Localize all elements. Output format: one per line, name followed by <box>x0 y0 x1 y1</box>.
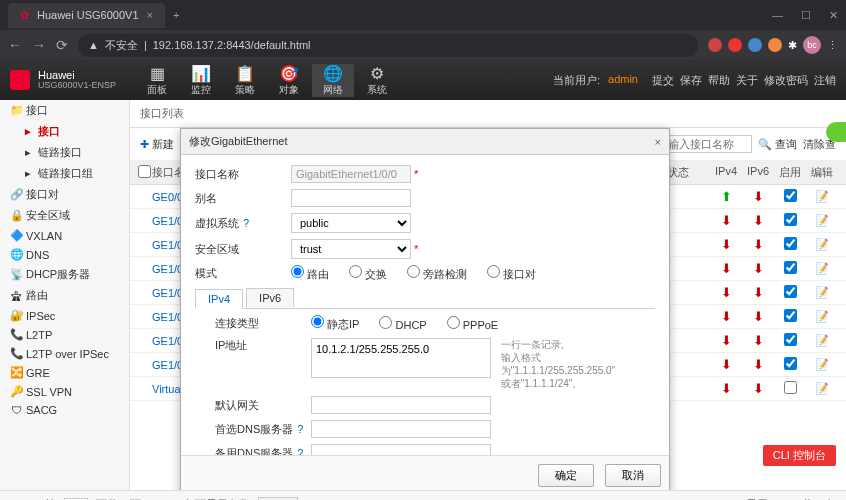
nav-网络[interactable]: 🌐网络 <box>312 64 354 97</box>
reload-icon[interactable]: ⟳ <box>56 37 68 53</box>
mode-radio[interactable]: 路由 <box>291 265 329 282</box>
puzzle-icon[interactable]: ✱ <box>788 39 797 52</box>
dns1-input[interactable] <box>311 420 491 438</box>
ok-button[interactable]: 确定 <box>538 464 594 487</box>
ext-icon[interactable] <box>708 38 722 52</box>
sidebar-item-SSL VPN[interactable]: 🔑SSL VPN <box>0 382 129 401</box>
enable-checkbox[interactable] <box>784 309 797 322</box>
zone-select[interactable]: trust <box>291 239 411 259</box>
new-button[interactable]: ✚新建 <box>140 137 174 152</box>
sidebar-item-链路接口[interactable]: ▸链路接口 <box>0 142 129 163</box>
enable-checkbox[interactable] <box>784 357 797 370</box>
sidebar-item-接口[interactable]: 📁接口 <box>0 100 129 121</box>
menu-icon[interactable]: ⋮ <box>827 39 838 52</box>
sidebar-item-DNS[interactable]: 🌐DNS <box>0 245 129 264</box>
select-all-checkbox[interactable] <box>138 165 151 178</box>
enable-checkbox[interactable] <box>784 261 797 274</box>
close-window-icon[interactable]: ✕ <box>829 9 838 22</box>
ext-icon[interactable] <box>728 38 742 52</box>
enable-checkbox[interactable] <box>784 381 797 394</box>
maximize-icon[interactable]: ☐ <box>801 9 811 22</box>
nav-监控[interactable]: 📊监控 <box>180 64 222 97</box>
nav-策略[interactable]: 📋策略 <box>224 64 266 97</box>
ip-hint: 一行一条记录, 输入格式为"1.1.1.1/255.255.255.0" 或者"… <box>501 338 655 390</box>
header-link[interactable]: 保存 <box>680 74 702 86</box>
minimize-icon[interactable]: — <box>772 9 783 22</box>
header-link[interactable]: 帮助 <box>708 74 730 86</box>
edit-icon[interactable]: 📝 <box>806 382 838 395</box>
enable-checkbox[interactable] <box>784 213 797 226</box>
sidebar-item-L2TP[interactable]: 📞L2TP <box>0 325 129 344</box>
tab-ipv4[interactable]: IPv4 <box>195 289 243 309</box>
header-link[interactable]: 关于 <box>736 74 758 86</box>
sidebar-item-链路接口组[interactable]: ▸链路接口组 <box>0 163 129 184</box>
sidebar-item-IPSec[interactable]: 🔐IPSec <box>0 306 129 325</box>
conn-radio[interactable]: 静态IP <box>311 315 359 332</box>
edit-icon[interactable]: 📝 <box>806 286 838 299</box>
enable-checkbox[interactable] <box>784 237 797 250</box>
ifname-input <box>291 165 411 183</box>
ip-textarea[interactable]: 10.1.2.1/255.255.255.0 <box>311 338 491 378</box>
enable-checkbox[interactable] <box>784 333 797 346</box>
edit-icon[interactable]: 📝 <box>806 310 838 323</box>
edit-icon[interactable]: 📝 <box>806 238 838 251</box>
sidebar-item-SACG[interactable]: 🛡SACG <box>0 401 129 419</box>
back-icon[interactable]: ← <box>8 37 22 53</box>
edit-icon[interactable]: 📝 <box>806 190 838 203</box>
nav-面板[interactable]: ▦面板 <box>136 64 178 97</box>
modal-close-icon[interactable]: × <box>655 136 661 148</box>
dns2-input[interactable] <box>311 444 491 455</box>
gateway-input[interactable] <box>311 396 491 414</box>
help-icon[interactable]: ? <box>243 217 249 229</box>
cancel-button[interactable]: 取消 <box>605 464 661 487</box>
edit-icon[interactable]: 📝 <box>806 214 838 227</box>
ext-icon[interactable] <box>768 38 782 52</box>
col-enable: 启用 <box>774 165 806 180</box>
sidebar-item-DHCP服务器[interactable]: 📡DHCP服务器 <box>0 264 129 285</box>
sidebar-item-接口[interactable]: ▸接口 <box>0 121 129 142</box>
sidebar-item-VXLAN[interactable]: 🔷VXLAN <box>0 226 129 245</box>
help-icon[interactable]: ? <box>297 423 303 435</box>
new-tab-icon[interactable]: + <box>173 9 179 21</box>
avatar[interactable]: bc <box>803 36 821 54</box>
mode-radio[interactable]: 旁路检测 <box>407 265 467 282</box>
header-link[interactable]: 修改密码 <box>764 74 808 86</box>
cli-console-button[interactable]: CLI 控制台 <box>763 445 836 466</box>
url-input[interactable]: ▲ 不安全 | 192.168.137.2:8443/default.html <box>78 34 698 57</box>
close-icon[interactable]: × <box>147 9 153 21</box>
status-badge-icon[interactable] <box>826 122 846 142</box>
edit-icon[interactable]: 📝 <box>806 358 838 371</box>
conn-radio[interactable]: DHCP <box>379 316 426 331</box>
nav-对象[interactable]: 🎯对象 <box>268 64 310 97</box>
sidebar-item-GRE[interactable]: 🔀GRE <box>0 363 129 382</box>
enable-checkbox[interactable] <box>784 285 797 298</box>
sidebar-item-安全区域[interactable]: 🔒安全区域 <box>0 205 129 226</box>
enable-checkbox[interactable] <box>784 189 797 202</box>
sidebar-item-L2TP over IPSec[interactable]: 📞L2TP over IPSec <box>0 344 129 363</box>
vsys-select[interactable]: public <box>291 213 411 233</box>
user-label: 当前用户: <box>553 73 600 88</box>
help-icon[interactable]: ? <box>297 447 303 456</box>
browser-tab[interactable]: ✿ Huawei USG6000V1 × <box>8 3 165 28</box>
header-link[interactable]: 注销 <box>814 74 836 86</box>
ext-icon[interactable] <box>748 38 762 52</box>
tab-ipv6[interactable]: IPv6 <box>246 288 294 307</box>
huawei-icon: ✿ <box>20 9 29 22</box>
conn-radio[interactable]: PPPoE <box>447 316 499 331</box>
perpage-select[interactable]: 50 <box>258 497 298 501</box>
page-title: 接口列表 <box>130 100 846 128</box>
query-button[interactable]: 🔍查询 <box>758 137 797 152</box>
mode-radio[interactable]: 交换 <box>349 265 387 282</box>
url-text: 192.168.137.2:8443/default.html <box>153 39 311 51</box>
label-mode: 模式 <box>195 266 291 281</box>
nav-系统[interactable]: ⚙系统 <box>356 64 398 97</box>
mode-radio[interactable]: 接口对 <box>487 265 536 282</box>
edit-icon[interactable]: 📝 <box>806 334 838 347</box>
label-conntype: 连接类型 <box>215 316 311 331</box>
header-link[interactable]: 提交 <box>652 74 674 86</box>
edit-icon[interactable]: 📝 <box>806 262 838 275</box>
sidebar-item-接口对[interactable]: 🔗接口对 <box>0 184 129 205</box>
sidebar-item-路由[interactable]: 🛣路由 <box>0 285 129 306</box>
alias-input[interactable] <box>291 189 411 207</box>
forward-icon[interactable]: → <box>32 37 46 53</box>
